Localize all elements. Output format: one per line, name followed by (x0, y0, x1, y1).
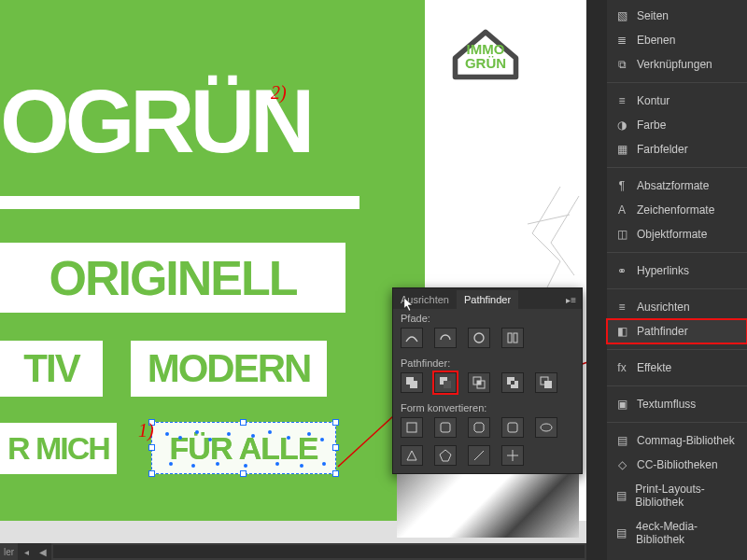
selected-frame[interactable]: FÜR ALLE (151, 422, 336, 474)
side-item-label: CC-Bibliotheken (637, 458, 718, 471)
path-close-button[interactable] (468, 328, 490, 348)
side-item-seiten[interactable]: ▧Seiten (607, 4, 747, 28)
side-item-label: Seiten (637, 9, 669, 22)
side-item-farbfelder[interactable]: ▦Farbfelder (607, 137, 747, 161)
links-icon: ⧉ (614, 58, 629, 71)
svg-point-5 (251, 434, 255, 438)
svg-point-10 (169, 462, 173, 466)
pages-icon: ▧ (614, 9, 629, 22)
shape-hv-line-button[interactable] (501, 445, 524, 466)
shape-line-button[interactable] (468, 445, 490, 466)
side-item-commag-bibliothek[interactable]: ▤Commag-Bibliothek (607, 428, 747, 453)
side-item-cc-bibliotheken[interactable]: ◇CC-Bibliotheken (607, 453, 747, 477)
svg-point-37 (541, 424, 552, 431)
logo-line2: GRÜN (465, 55, 506, 71)
svg-point-7 (287, 436, 290, 440)
svg-rect-21 (508, 333, 512, 343)
path-join-button[interactable] (401, 328, 423, 348)
side-item-label: Textumfluss (637, 398, 696, 411)
annotation-1: 1) (138, 420, 154, 441)
side-item-hyperlinks[interactable]: ⚭Hyperlinks (607, 259, 747, 283)
pill-rmich: R MICH (0, 423, 117, 474)
side-item-objektformate[interactable]: ◫Objektformate (607, 222, 747, 246)
side-item-farbe[interactable]: ◑Farbe (607, 113, 747, 137)
shape-triangle-button[interactable] (401, 445, 423, 466)
side-item-ebenen[interactable]: ≣Ebenen (607, 28, 747, 52)
path-open-button[interactable] (434, 328, 457, 348)
effects-icon: fx (614, 361, 629, 374)
headline-text: OGRÜN (0, 79, 310, 163)
pill-originell: ORIGINELL (0, 243, 345, 313)
pf-exclude-button[interactable] (501, 372, 524, 393)
pf-minus-back-button[interactable] (535, 372, 557, 393)
horizontal-scrollbar[interactable]: ler ◂ ◀ (0, 543, 586, 560)
pf-subtract-button[interactable] (434, 372, 457, 393)
svg-line-38 (474, 451, 484, 460)
shape-polygon-button[interactable] (434, 445, 457, 466)
side-item-ausrichten[interactable]: ≡Ausrichten (607, 295, 747, 319)
side-item-effekte[interactable]: fxEffekte (607, 356, 747, 380)
shape-inverse-round-button[interactable] (501, 417, 524, 438)
svg-point-11 (191, 464, 195, 468)
side-item-pathfinder[interactable]: ◧Pathfinder (607, 319, 747, 343)
shape-ellipse-button[interactable] (535, 417, 557, 438)
side-item-textumfluss[interactable]: ▣Textumfluss (607, 392, 747, 416)
svg-point-4 (227, 432, 231, 436)
pf-add-button[interactable] (401, 372, 423, 393)
lib-icon: ▤ (614, 434, 629, 447)
scroll-left-button[interactable]: ◂ (18, 543, 35, 560)
side-panel-dock: ▧Seiten≣Ebenen⧉Verknüpfungen≡Kontur◑Farb… (586, 0, 747, 560)
side-item-print-layouts-bibliothek[interactable]: ▤Print-Layouts-Bibliothek (607, 477, 747, 514)
scroll-track[interactable] (53, 545, 585, 558)
shape-bevel-button[interactable] (468, 417, 490, 438)
svg-point-13 (244, 464, 247, 468)
side-item-verkn-pfungen[interactable]: ⧉Verknüpfungen (607, 52, 747, 77)
side-item-label: Hyperlinks (637, 264, 689, 277)
textwrap-icon: ▣ (614, 398, 629, 411)
stroke-icon: ≡ (614, 94, 629, 107)
svg-point-3 (208, 438, 212, 441)
path-reverse-button[interactable] (501, 328, 524, 348)
side-item--eck-media-bibliothek[interactable]: ▤4eck-Media-Bibliothek (607, 514, 747, 552)
pathfinder-icon: ◧ (614, 325, 629, 338)
svg-point-9 (320, 438, 324, 441)
svg-point-14 (275, 462, 279, 466)
char-styles-icon: A (614, 203, 629, 217)
pathfinder-panel[interactable]: Ausrichten Pathfinder ▸≡ Pfade: Pathfind… (392, 287, 583, 474)
side-item-kontur[interactable]: ≡Kontur (607, 89, 747, 113)
side-item-label: Ausrichten (637, 301, 690, 314)
svg-rect-24 (410, 381, 417, 388)
panel-menu-icon[interactable]: ▸≡ (560, 291, 582, 309)
image-thumbnail (397, 474, 579, 538)
shape-rect-button[interactable] (401, 417, 423, 438)
label-pfade: Pfade: (393, 309, 582, 326)
shape-roundrect-button[interactable] (434, 417, 457, 438)
object-styles-icon: ◫ (614, 228, 629, 241)
tab-pathfinder[interactable]: Pathfinder (457, 290, 518, 309)
side-item-label: Commag-Bibliothek (637, 434, 735, 447)
align-icon: ≡ (614, 301, 629, 314)
side-item-label: Farbfelder (637, 143, 688, 156)
label-form: Form konvertieren: (393, 399, 582, 415)
svg-point-6 (268, 430, 272, 434)
svg-point-2 (195, 430, 199, 434)
cc-lib-icon: ◇ (614, 458, 629, 471)
para-styles-icon: ¶ (614, 179, 629, 192)
side-item-label: Kontur (637, 94, 669, 107)
svg-rect-26 (444, 381, 451, 388)
svg-rect-22 (514, 333, 517, 343)
pill-tiv: TIV (0, 341, 103, 397)
svg-point-0 (165, 432, 169, 436)
pf-intersect-button[interactable] (468, 372, 490, 393)
side-item-absatzformate[interactable]: ¶Absatzformate (607, 174, 747, 198)
side-item-label: Absatzformate (637, 179, 709, 192)
svg-rect-35 (407, 423, 416, 432)
color-icon: ◑ (614, 119, 629, 132)
scroll-left-step[interactable]: ◀ (35, 543, 51, 560)
selection-anchors (152, 423, 337, 475)
side-item-label: Ebenen (637, 34, 675, 47)
side-item-label: Zeichenformate (637, 203, 714, 217)
side-collapse-strip[interactable] (586, 0, 607, 560)
side-item-zeichenformate[interactable]: AZeichenformate (607, 198, 747, 222)
annotation-2: 2) (271, 82, 287, 104)
